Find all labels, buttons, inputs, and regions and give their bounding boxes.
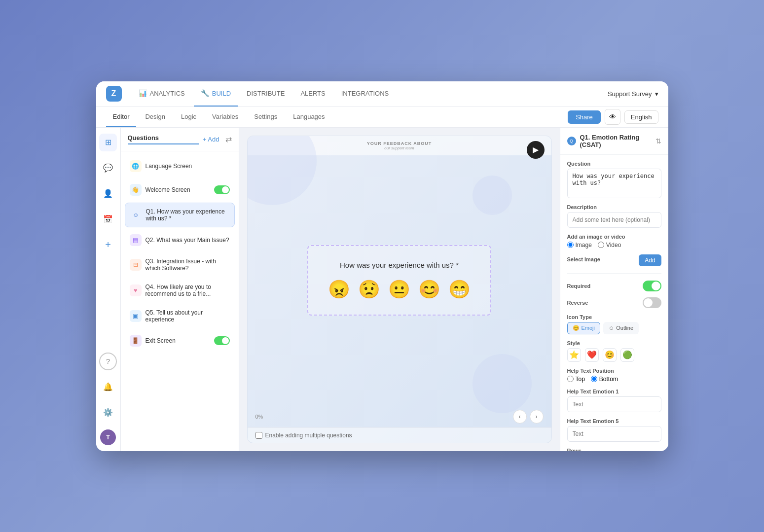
icon-type-label: Icon Type: [567, 314, 661, 320]
preview-controls: ‹ ›: [513, 410, 544, 424]
sub-tab-editor[interactable]: Editor: [106, 106, 137, 127]
question-item-q1[interactable]: ☺ Q1. How was your experience with us? *: [125, 203, 235, 227]
emotion-face-3[interactable]: 😐: [388, 279, 410, 300]
q3-question-label: Q3. Integration Issue - with which Softw…: [146, 258, 230, 272]
nav-tab-alerts[interactable]: ALERTS: [293, 81, 332, 107]
preview-area: YOUR FEEDBACK ABOUT our support team ▶ H…: [239, 128, 560, 451]
emotion-face-1[interactable]: 😠: [328, 279, 350, 300]
welcome-question-label: Welcome Screen: [146, 186, 190, 193]
style-circle-button[interactable]: 🟢: [620, 348, 634, 362]
image-radio[interactable]: Image: [567, 242, 592, 248]
exit-toggle[interactable]: [214, 336, 230, 345]
emotion-question-box: How was your experience with us? * 😠 😟 😐…: [307, 245, 491, 316]
style-smile-button[interactable]: 😊: [603, 348, 617, 362]
video-radio[interactable]: Video: [598, 242, 621, 248]
nav-tab-integrations[interactable]: INTEGRATIONS: [334, 81, 396, 107]
rows-group: Rows ⊕ ✕: [567, 448, 661, 451]
prev-button[interactable]: ‹: [513, 410, 527, 424]
sidebar-icon-chat[interactable]: 💬: [99, 159, 117, 177]
question-item-lang[interactable]: 🌐 Language Screen: [125, 155, 235, 177]
emotion-face-2[interactable]: 😟: [358, 279, 380, 300]
nav-tab-build[interactable]: 🔧 BUILD: [194, 81, 238, 107]
pos-top-label: Top: [576, 376, 585, 383]
required-toggle[interactable]: [643, 281, 661, 291]
survey-selector[interactable]: Support Survey ▾: [608, 90, 658, 98]
add-image-button[interactable]: Add: [639, 254, 661, 266]
sub-nav: Editor Design Logic Variables Settings L…: [96, 107, 668, 128]
help-emotion5-input[interactable]: [567, 426, 661, 442]
sub-tab-logic[interactable]: Logic: [174, 106, 203, 127]
nav-tab-analytics-label: ANALYTICS: [150, 90, 185, 97]
sub-tab-variables[interactable]: Variables: [205, 106, 245, 127]
sidebar-icon-calendar[interactable]: 📅: [99, 211, 117, 228]
icon-type-group: Icon Type 😊 Emoji ☺ Outline: [567, 314, 661, 334]
chevron-down-icon: ▾: [655, 90, 658, 98]
question-item-q2[interactable]: ▤ Q2. What was your Main Issue?: [125, 229, 235, 251]
top-nav: Z 📊 ANALYTICS 🔧 BUILD DISTRIBUTE ALERTS …: [96, 81, 668, 107]
emoji-label: Emoji: [582, 325, 595, 331]
sub-tabs: Editor Design Logic Variables Settings L…: [106, 106, 568, 127]
sub-tab-design[interactable]: Design: [138, 106, 172, 127]
style-star-button[interactable]: ⭐: [567, 348, 581, 362]
preview-next-ctrl-button[interactable]: ›: [530, 410, 544, 424]
emotion-face-4[interactable]: 😊: [418, 279, 440, 300]
bell-icon[interactable]: 🔔: [99, 378, 117, 396]
question-item-welcome[interactable]: 👋 Welcome Screen: [125, 179, 235, 201]
emoji-type-button[interactable]: 😊 Emoji: [567, 322, 601, 334]
image-radio-label: Image: [576, 242, 592, 248]
reorder-button[interactable]: ⇄: [225, 135, 232, 144]
emoji-icon: 😊: [573, 325, 580, 331]
sidebar-icon-grid[interactable]: ⊞: [99, 134, 117, 151]
app-window: Z 📊 ANALYTICS 🔧 BUILD DISTRIBUTE ALERTS …: [96, 81, 668, 451]
question-item-q4[interactable]: ♥ Q4. How likely are you to recommend us…: [125, 279, 235, 302]
add-question-button[interactable]: + Add: [199, 134, 223, 145]
right-panel-settings-icon[interactable]: ⇅: [655, 137, 661, 145]
q5-question-label: Q5. Tell us about your experience: [146, 309, 230, 323]
description-field-input[interactable]: [567, 212, 661, 228]
share-button[interactable]: Share: [568, 110, 601, 124]
welcome-toggle[interactable]: [214, 185, 230, 194]
avatar[interactable]: T: [100, 429, 116, 445]
outline-icon: ☺: [609, 325, 614, 331]
help-emotion1-input[interactable]: [567, 396, 661, 412]
q1-question-icon: ☺: [130, 209, 142, 221]
sub-nav-right: Share 👁 English: [568, 109, 658, 125]
outline-type-button[interactable]: ☺ Outline: [603, 322, 639, 334]
questions-title: Questions: [128, 134, 199, 144]
language-button[interactable]: English: [624, 110, 658, 124]
rows-label: Rows: [567, 448, 661, 451]
nav-tab-distribute[interactable]: DISTRIBUTE: [240, 81, 291, 107]
emotion-face-5[interactable]: 😁: [448, 279, 471, 300]
sub-tab-languages[interactable]: Languages: [286, 106, 331, 127]
emotion-icons: 😠 😟 😐 😊 😁: [328, 279, 471, 300]
sub-tab-variables-label: Variables: [212, 113, 238, 120]
icon-type-buttons: 😊 Emoji ☺ Outline: [567, 322, 661, 334]
right-panel-body: Question How was your experience with us…: [560, 155, 668, 451]
nav-tab-analytics[interactable]: 📊 ANALYTICS: [132, 81, 192, 107]
description-field-label: Description: [567, 204, 661, 210]
question-item-q3[interactable]: ⊟ Q3. Integration Issue - with which Sof…: [125, 253, 235, 277]
preview-icon[interactable]: 👁: [605, 109, 620, 125]
pos-top-radio[interactable]: Top: [567, 376, 585, 383]
image-video-label: Add an image or video: [567, 234, 661, 240]
main-layout: ⊞ 💬 👤 📅 + ? 🔔 ⚙️ T Questions + Add ⇄ 🌐 L…: [96, 128, 668, 451]
question-item-exit[interactable]: 🚪 Exit Screen: [125, 330, 235, 352]
settings-icon[interactable]: ⚙️: [99, 404, 117, 422]
image-video-radio-group: Image Video: [567, 242, 661, 248]
enable-multiple-checkbox[interactable]: [255, 432, 262, 439]
help-icon[interactable]: ?: [99, 353, 117, 370]
sidebar-icon-add[interactable]: +: [99, 236, 117, 254]
sidebar-icon-user[interactable]: 👤: [99, 185, 117, 203]
next-button[interactable]: ▶: [527, 141, 545, 159]
main-nav-tabs: 📊 ANALYTICS 🔧 BUILD DISTRIBUTE ALERTS IN…: [132, 81, 608, 107]
help-text-pos-group: Help Text Position Top Bottom: [567, 368, 661, 383]
question-item-q5[interactable]: ▣ Q5. Tell us about your experience: [125, 304, 235, 328]
app-logo[interactable]: Z: [106, 86, 122, 102]
pos-bottom-radio[interactable]: Bottom: [591, 376, 618, 383]
style-icons: ⭐ ❤️ 😊 🟢: [567, 348, 661, 362]
reverse-toggle[interactable]: [643, 297, 661, 308]
sub-tab-settings[interactable]: Settings: [247, 106, 284, 127]
question-field-input[interactable]: How was your experience with us?: [567, 169, 661, 198]
style-heart-button[interactable]: ❤️: [585, 348, 599, 362]
q4-question-icon: ♥: [130, 284, 142, 296]
